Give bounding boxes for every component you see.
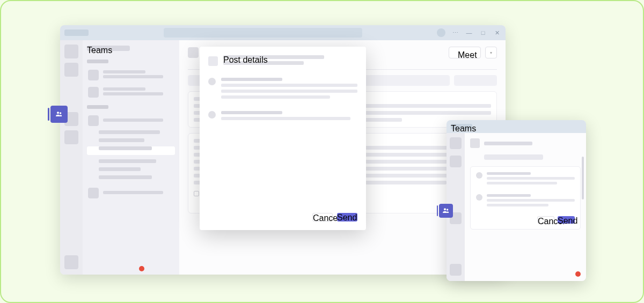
mobile-presence-status-icon	[575, 271, 581, 277]
minimize-button[interactable]: —	[465, 29, 473, 36]
mobile-content: Cancel Send	[465, 133, 586, 281]
mobile-rail-more[interactable]	[450, 264, 462, 276]
mobile-channel-icon	[470, 138, 480, 148]
user-avatar[interactable]	[437, 28, 445, 37]
like-icon[interactable]	[194, 191, 199, 196]
sidebar-channel[interactable]	[99, 175, 152, 179]
close-button[interactable]: ✕	[493, 29, 501, 36]
cancel-button[interactable]: Cancel	[312, 213, 333, 221]
channel-avatar-icon	[188, 47, 199, 58]
scrollbar[interactable]	[582, 157, 584, 199]
svg-point-2	[444, 208, 446, 210]
maximize-button[interactable]: □	[479, 29, 487, 36]
team-avatar-icon	[88, 188, 99, 198]
sidebar-channel[interactable]	[99, 159, 156, 163]
more-options-dropdown[interactable]: ▾	[485, 47, 497, 58]
meet-button[interactable]: Meet	[449, 47, 481, 58]
search-input[interactable]	[164, 28, 362, 38]
sidebar-section-teams	[87, 105, 108, 109]
mobile-subtitle	[484, 154, 543, 160]
sidebar-channel-active[interactable]	[87, 146, 175, 155]
team-avatar-icon	[88, 70, 99, 80]
settings-icon[interactable]: ⋯	[451, 29, 459, 36]
svg-point-0	[57, 112, 59, 114]
mobile-app-window: Teams	[447, 120, 586, 281]
app-rail	[60, 40, 83, 275]
sidebar-section-pinned	[87, 60, 108, 63]
user-avatar-icon	[476, 194, 482, 201]
presence-status-icon	[139, 266, 144, 271]
rail-teams-active[interactable]	[50, 106, 68, 123]
sidebar-channel[interactable]	[99, 167, 141, 171]
mobile-title-bar: Teams	[447, 120, 586, 133]
mobile-post-card: Cancel Send	[470, 166, 581, 230]
mobile-header	[470, 138, 581, 148]
mobile-channel-title	[484, 142, 532, 145]
dialog-comment	[208, 78, 357, 101]
mobile-send-button[interactable]: Send	[558, 216, 575, 224]
dialog-app-icon	[208, 56, 218, 66]
mobile-app-badge: Teams	[451, 124, 472, 129]
svg-point-1	[60, 112, 61, 114]
filter-sort[interactable]	[454, 75, 497, 86]
sidebar-team-item[interactable]	[87, 113, 175, 128]
sidebar-team-item[interactable]	[87, 68, 175, 83]
sidebar-channel[interactable]	[99, 138, 144, 142]
send-button[interactable]: Send	[337, 213, 357, 221]
user-avatar-icon	[208, 78, 216, 85]
sidebar-channel[interactable]	[99, 130, 160, 134]
app-badge	[64, 29, 89, 36]
dialog-title: Post details	[223, 55, 324, 59]
post-dialog: Post details Cancel Send	[200, 47, 366, 230]
teams-icon	[442, 206, 450, 215]
title-bar: ⋯ — □ ✕	[60, 25, 506, 40]
sidebar-team-item[interactable]	[87, 186, 175, 201]
team-avatar-icon	[88, 87, 99, 98]
mobile-cancel-button[interactable]: Cancel	[537, 216, 554, 224]
mobile-rail-activity[interactable]	[450, 137, 462, 149]
rail-calls[interactable]	[64, 130, 78, 144]
mobile-rail-teams-active[interactable]	[439, 204, 453, 218]
sidebar-team-item[interactable]	[87, 85, 175, 100]
teams-icon	[55, 110, 63, 119]
mobile-rail-chat[interactable]	[450, 156, 462, 167]
user-avatar-icon	[476, 172, 482, 179]
svg-point-3	[447, 209, 448, 210]
rail-chat[interactable]	[64, 63, 78, 77]
rail-apps[interactable]	[64, 255, 78, 269]
dialog-comment	[208, 111, 357, 123]
team-avatar-icon	[88, 115, 99, 126]
rail-activity[interactable]	[64, 45, 78, 58]
teams-sidebar: Teams	[83, 40, 179, 275]
sidebar-title: Teams	[87, 46, 130, 51]
user-avatar-icon	[208, 111, 216, 119]
